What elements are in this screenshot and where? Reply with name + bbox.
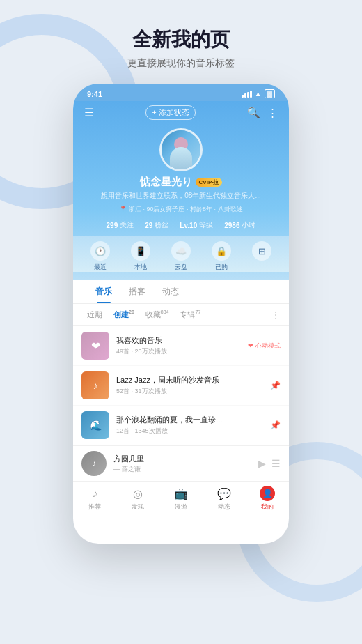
vip-badge: CVIP·拉 xyxy=(196,178,223,187)
nav-mine[interactable]: 👤 我的 xyxy=(253,486,281,512)
playlist-info-2: Lazz Jazz，周末听的沙发音乐 52首 · 31万次播放 xyxy=(116,375,263,396)
user-bio: 想用音乐和世界建立联系，08年新生代独立音乐人... xyxy=(101,191,260,201)
stat-fans[interactable]: 29 粉丝 xyxy=(145,220,168,230)
recent-icon: 🕐 xyxy=(90,241,110,261)
status-time: 9:41 xyxy=(87,90,102,98)
page-header: 全新我的页 更直接展现你的音乐标签 xyxy=(113,0,249,84)
playlist-name-1: 我喜欢的音乐 xyxy=(116,335,241,346)
song-info: 方圆几里 — 薛之谦 xyxy=(113,454,251,474)
playlist-button[interactable]: ☰ xyxy=(272,458,281,469)
song-name: 方圆几里 xyxy=(113,454,251,464)
phone-nav: ☰ + 添加状态 🔍 ⋮ xyxy=(73,101,289,124)
song-thumb: ♪ xyxy=(81,451,107,476)
avatar-section: 惦念星光り CVIP·拉 想用音乐和世界建立联系，08年新生代独立音乐人... … xyxy=(73,124,289,236)
more-icon[interactable]: ⋮ xyxy=(267,107,278,119)
sub-tab-recent[interactable]: 近期 xyxy=(81,308,108,321)
current-song-item[interactable]: ♪ 方圆几里 — 薛之谦 ▶ ☰ xyxy=(73,445,289,481)
playlist-meta-2: 52首 · 31万次播放 xyxy=(116,387,263,396)
mine-icon: 👤 xyxy=(260,486,275,501)
qa-purchased[interactable]: 🔒 已购 xyxy=(212,241,231,272)
stat-hours: 2986 小时 xyxy=(224,220,255,230)
add-status-button[interactable]: + 添加状态 xyxy=(145,105,195,120)
playlist-item[interactable]: ♪ Lazz Jazz，周末听的沙发音乐 52首 · 31万次播放 📌 xyxy=(73,366,289,406)
qa-local[interactable]: 📱 本地 xyxy=(131,241,150,272)
pin-icon-2: 📌 xyxy=(270,420,281,430)
user-stats: 299 关注 29 粉丝 Lv.10 等级 2986 小时 xyxy=(107,220,256,230)
avatar[interactable] xyxy=(159,128,203,171)
playlist-thumb-2: ♪ xyxy=(81,371,109,399)
sub-tab-created[interactable]: 创建20 xyxy=(108,308,140,321)
roam-icon: 📺 xyxy=(173,486,189,501)
tab-podcast[interactable]: 播客 xyxy=(120,280,154,303)
main-content: 音乐 播客 动态 近期 创建20 收藏834 专辑77 ⋮ ❤ xyxy=(73,280,289,481)
song-artist: — 薛之谦 xyxy=(113,465,251,474)
qa-recent[interactable]: 🕐 最近 xyxy=(90,241,110,272)
avatar-head xyxy=(174,137,188,151)
status-icons: ▲ ▓ xyxy=(242,89,275,98)
playlist-name-3: 那个浪花翻涌的夏，我一直珍... xyxy=(116,415,263,425)
playlist-item[interactable]: 🌊 那个浪花翻涌的夏，我一直珍... 12首 · 1345次播放 📌 xyxy=(73,406,289,445)
pin-icon-1: 📌 xyxy=(270,381,281,390)
nav-discover[interactable]: ◎ 发现 xyxy=(124,486,152,512)
grid-icon: ⊞ xyxy=(252,241,272,261)
page-title: 全新我的页 xyxy=(127,26,235,53)
playlist-name-2: Lazz Jazz，周末听的沙发音乐 xyxy=(116,375,263,385)
quick-actions: 🕐 最近 📱 本地 ☁️ 云盘 🔒 已购 ⊞ xyxy=(73,236,289,272)
playlist-thumb-3: 🌊 xyxy=(81,411,109,439)
sub-tab-album[interactable]: 专辑77 xyxy=(174,308,206,321)
nav-roam[interactable]: 📺 漫游 xyxy=(167,486,195,512)
search-icon[interactable]: 🔍 xyxy=(247,107,260,119)
nav-right-icons: 🔍 ⋮ xyxy=(247,107,278,119)
playlist-info-1: 我喜欢的音乐 49首 · 20万次播放 xyxy=(116,335,241,356)
user-name: 惦念星光り CVIP·拉 xyxy=(140,176,223,189)
status-bar: 9:41 ▲ ▓ xyxy=(73,84,289,101)
tab-music[interactable]: 音乐 xyxy=(87,280,120,303)
signal-icon xyxy=(242,91,252,98)
playlist-thumb-1: ❤ xyxy=(81,332,109,360)
wifi-icon: ▲ xyxy=(255,90,262,98)
playlist-meta-1: 49首 · 20万次播放 xyxy=(116,347,241,356)
play-button[interactable]: ▶ xyxy=(258,458,266,469)
profile-header: ☰ + 添加状态 🔍 ⋮ 惦念星光り CVIP·拉 想用音乐和世界建立联系，08… xyxy=(73,101,289,280)
user-location: 📍 浙江 · 90后女狮子座 · 村龄8年 · 八卦歌迷 xyxy=(119,205,242,214)
qa-more[interactable]: ⊞ xyxy=(252,241,272,272)
purchased-icon: 🔒 xyxy=(212,241,231,261)
discover-icon: ◎ xyxy=(130,486,145,501)
sub-tabs: 近期 创建20 收藏834 专辑77 ⋮ xyxy=(73,304,289,326)
menu-icon[interactable]: ☰ xyxy=(84,106,94,119)
tab-dynamic[interactable]: 动态 xyxy=(154,280,187,303)
stat-level: Lv.10 等级 xyxy=(180,220,213,230)
dynamic-icon: 💬 xyxy=(217,486,232,501)
playlist-item[interactable]: ❤ 我喜欢的音乐 49首 · 20万次播放 ❤ 心动模式 xyxy=(73,326,289,366)
sub-tab-collected[interactable]: 收藏834 xyxy=(140,308,175,321)
local-icon: 📱 xyxy=(131,241,150,261)
phone-mockup: 9:41 ▲ ▓ ☰ + 添加状态 🔍 ⋮ xyxy=(73,84,289,544)
battery-icon: ▓ xyxy=(265,89,275,98)
playlist-info-3: 那个浪花翻涌的夏，我一直珍... 12首 · 1345次播放 xyxy=(116,415,263,436)
heartbeat-mode-button[interactable]: ❤ 心动模式 xyxy=(248,342,281,351)
page-subtitle: 更直接展现你的音乐标签 xyxy=(127,57,235,70)
playlist-meta-3: 12首 · 1345次播放 xyxy=(116,427,263,436)
more-options-icon[interactable]: ⋮ xyxy=(271,309,281,321)
main-tabs: 音乐 播客 动态 xyxy=(73,280,289,304)
nav-recommend[interactable]: ♪ 推荐 xyxy=(81,486,109,512)
playlist-list: ❤ 我喜欢的音乐 49首 · 20万次播放 ❤ 心动模式 ♪ Lazz Jazz… xyxy=(73,326,289,445)
qa-cloud[interactable]: ☁️ 云盘 xyxy=(171,241,191,272)
recommend-icon: ♪ xyxy=(87,486,102,501)
cloud-icon: ☁️ xyxy=(171,241,191,261)
avatar-image xyxy=(162,130,200,169)
bottom-nav: ♪ 推荐 ◎ 发现 📺 漫游 💬 动态 👤 我的 xyxy=(73,481,289,517)
nav-dynamic[interactable]: 💬 动态 xyxy=(210,486,238,512)
song-actions: ▶ ☰ xyxy=(258,458,281,469)
stat-follow[interactable]: 299 关注 xyxy=(107,220,134,230)
